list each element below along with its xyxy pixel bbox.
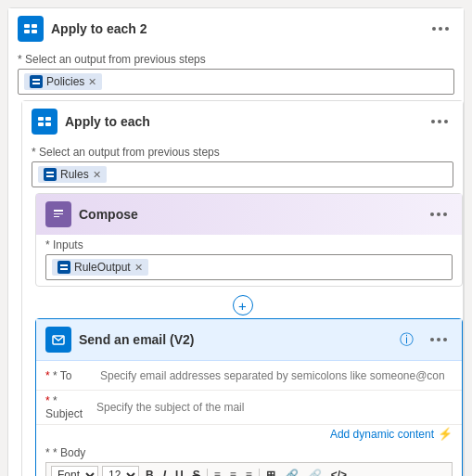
rule-output-close[interactable]: ✕ [134,262,143,274]
policies-token-label: Policies [46,75,84,88]
inner-select-label: * Select an output from previous steps [32,146,453,159]
outer-token-input[interactable]: Policies ✕ [18,69,454,95]
inner-apply-header[interactable]: Apply to each [22,101,463,142]
compose-header[interactable]: Compose [36,194,462,235]
email-icon [45,327,71,353]
to-input[interactable] [96,367,453,384]
svg-rect-8 [38,122,44,126]
add-dynamic-label: Add dynamic content [330,428,434,441]
inner-token-input[interactable]: Rules ✕ [32,161,453,187]
subject-field-row: * * Subject [36,391,462,425]
compose-token-input[interactable]: RuleOutput ✕ [45,254,453,280]
outer-apply-card: Apply to each 2 * Select an output from … [7,7,465,476]
formatting-toolbar: Font 12 B I U S ≡ ≡ ≡ ⊞ [45,462,453,476]
body-area: * * Body Font 12 B I U S [36,443,462,476]
svg-rect-10 [46,172,54,174]
compose-card: Compose * Inputs RuleOutput ✕ [35,193,463,287]
rules-token-icon [44,168,57,181]
rule-output-label: RuleOutput [74,261,131,274]
outer-select-label: * Select an output from previous steps [18,53,454,66]
compose-inputs-field: * Inputs RuleOutput ✕ [36,235,462,286]
add-dynamic-content[interactable]: Add dynamic content ⚡ [36,425,462,443]
info-icon[interactable]: ⓘ [396,329,417,351]
policies-token-close[interactable]: ✕ [88,76,96,88]
svg-rect-3 [32,30,37,33]
toolbar-sep1 [207,469,208,476]
inner-apply-card: Apply to each * Select an output from pr… [21,100,464,476]
outer-apply-menu[interactable] [427,23,454,34]
policies-token: Policies ✕ [24,73,102,90]
ul-button[interactable]: ≡ [227,468,239,476]
toolbar-sep2 [259,469,260,476]
compose-icon [45,201,71,227]
lightning-icon: ⚡ [438,427,453,441]
ol-button[interactable]: ≡ [211,468,223,476]
body-label: * * Body [45,446,453,459]
inner-select-field: * Select an output from previous steps R… [22,142,463,193]
svg-rect-7 [45,117,51,121]
svg-rect-5 [32,83,40,84]
svg-rect-12 [60,264,68,266]
to-label: * * To [45,369,96,382]
subject-input[interactable] [96,401,453,414]
rules-token-close[interactable]: ✕ [93,169,101,181]
svg-rect-13 [60,268,68,270]
compose-inputs-label: * Inputs [45,238,453,251]
svg-rect-11 [46,175,54,177]
email-menu[interactable] [425,334,453,345]
outer-apply-icon [18,16,44,42]
svg-rect-2 [24,30,30,33]
font-size-select[interactable]: 12 [102,466,139,476]
svg-rect-9 [45,122,51,126]
unlink-button[interactable]: 🔗 [305,468,325,476]
indent-button[interactable]: ≡ [243,468,255,476]
to-field-row: * * To [36,361,462,391]
inner-apply-title: Apply to each [65,114,418,129]
compose-title: Compose [79,207,417,222]
rules-token: Rules ✕ [38,166,107,183]
rules-token-label: Rules [60,168,89,181]
strikethrough-button[interactable]: S [190,468,203,476]
rule-output-icon [57,261,70,274]
code-button[interactable]: </> [328,468,350,476]
svg-rect-0 [24,24,30,28]
email-header[interactable]: Send an email (V2) ⓘ [36,319,462,361]
subject-label: * * Subject [45,394,96,420]
table-button[interactable]: ⊞ [263,468,278,476]
outer-apply-title: Apply to each 2 [51,21,419,36]
svg-rect-4 [32,79,40,81]
policies-token-icon [30,75,43,88]
compose-menu[interactable] [425,209,453,220]
plus-connector: + [22,292,463,318]
link-button[interactable]: 🔗 [282,468,301,476]
email-title: Send an email (V2) [79,332,389,347]
inner-apply-icon [32,109,57,135]
svg-rect-6 [38,117,44,121]
outer-apply-header[interactable]: Apply to each 2 [8,8,464,49]
italic-button[interactable]: I [160,468,169,476]
bold-button[interactable]: B [143,468,157,476]
font-select[interactable]: Font [51,466,98,476]
main-container: Apply to each 2 * Select an output from … [0,0,472,476]
outer-select-field: * Select an output from previous steps P… [8,49,464,100]
svg-rect-1 [32,24,37,28]
inner-apply-menu[interactable] [426,116,453,127]
rule-output-token: RuleOutput ✕ [52,259,148,276]
add-step-button[interactable]: + [233,295,253,315]
email-card: Send an email (V2) ⓘ * * To * * [35,318,463,476]
underline-button[interactable]: U [172,468,186,476]
